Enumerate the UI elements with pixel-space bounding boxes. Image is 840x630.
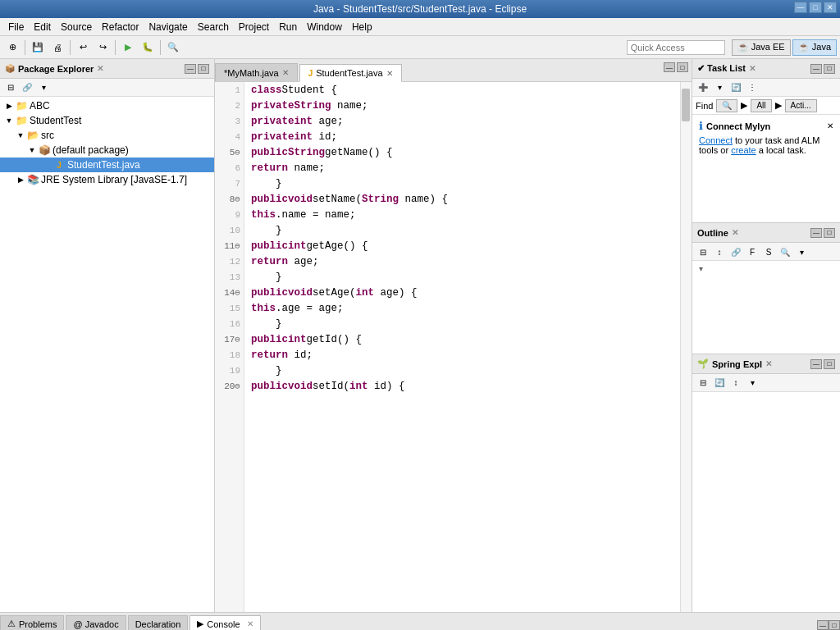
new-button[interactable]: ⊕: [3, 39, 21, 57]
outline-hide-fields[interactable]: F: [745, 244, 760, 259]
menu-project[interactable]: Project: [234, 20, 274, 34]
line-num-13: 13: [215, 269, 244, 285]
perspective-java[interactable]: ☕ Java: [792, 39, 837, 56]
tree-label-studenttest-java: StudentTest.java: [67, 159, 140, 171]
menu-edit[interactable]: Edit: [29, 20, 56, 34]
right-panel: ✔ Task List ✕ — □ ➕ ▾ 🔄 ⋮ Find 🔍 ▶ All ▶: [692, 59, 840, 612]
tab-mymath[interactable]: *MyMath.java ✕: [215, 63, 298, 81]
package-explorer-maximize[interactable]: □: [198, 64, 209, 74]
editor-minimize[interactable]: —: [664, 62, 675, 72]
tab-declaration[interactable]: Declaration: [128, 615, 189, 630]
toolbar-separator-3: [115, 40, 116, 55]
perspective-javaee[interactable]: ☕ Java EE: [732, 39, 791, 56]
line-num-19: 19: [215, 363, 244, 378]
outline-title: Outline ✕: [697, 228, 738, 238]
editor-maximize[interactable]: □: [677, 62, 688, 72]
mylyn-close[interactable]: ✕: [827, 121, 833, 130]
task-list-maximize[interactable]: □: [824, 64, 835, 74]
quick-access-input[interactable]: [627, 40, 725, 55]
task-list-menu2[interactable]: ⋮: [745, 80, 760, 95]
tree-item-abc[interactable]: ▶ 📁 ABC: [0, 98, 214, 113]
menu-help[interactable]: Help: [347, 20, 377, 34]
package-icon: 📦: [38, 144, 51, 157]
outline-sort[interactable]: ↕: [712, 244, 727, 259]
undo-button[interactable]: ↩: [74, 39, 92, 57]
line-num-5: 5⊖: [215, 144, 244, 160]
outline-maximize[interactable]: □: [824, 228, 835, 238]
tab-mymath-close[interactable]: ✕: [282, 68, 289, 77]
code-editor[interactable]: 1 2 3 4 5⊖ 6 7 8⊖ 9 10 11⊖ 12 13 14⊖ 15 …: [215, 82, 692, 612]
project-icon-studenttest: 📁: [15, 114, 28, 127]
outline-hide-static[interactable]: S: [761, 244, 776, 259]
tree-item-defaultpkg[interactable]: ▼ 📦 (default package): [0, 143, 214, 158]
find-icon[interactable]: 🔍: [716, 99, 737, 112]
tab-javadoc[interactable]: @ Javadoc: [66, 615, 126, 630]
collapse-all-button[interactable]: ⊟: [3, 80, 18, 95]
menu-navigate[interactable]: Navigate: [144, 20, 192, 34]
bottom-maximize[interactable]: □: [829, 620, 840, 630]
outline-panel: Outline ✕ — □ ⊟ ↕ 🔗 F S 🔍 ▾ ▾: [692, 223, 840, 354]
tree-item-jre[interactable]: ▶ 📚 JRE System Library [JavaSE-1.7]: [0, 172, 214, 187]
minimize-button[interactable]: —: [794, 2, 807, 13]
tab-problems[interactable]: ⚠ Problems: [0, 615, 64, 630]
spring-sort[interactable]: ↕: [728, 376, 743, 390]
code-line-17: public int getId() {: [244, 331, 680, 347]
maximize-button[interactable]: □: [809, 2, 822, 13]
search-button[interactable]: 🔍: [164, 39, 182, 57]
spring-explorer-maximize[interactable]: □: [824, 359, 835, 369]
spring-menu[interactable]: ▾: [745, 376, 760, 390]
find-separator: ▶: [741, 100, 747, 111]
sync-button[interactable]: 🔄: [728, 80, 743, 95]
tree-item-src[interactable]: ▼ 📂 src: [0, 128, 214, 143]
spring-explorer-minimize[interactable]: —: [810, 359, 822, 369]
menu-search[interactable]: Search: [193, 20, 234, 34]
spring-collapse[interactable]: ⊟: [696, 376, 710, 390]
find-label: Find: [696, 101, 713, 111]
menu-window[interactable]: Window: [302, 20, 347, 34]
tab-console[interactable]: ▶ Console ✕: [189, 615, 260, 630]
tree-item-studenttest-java[interactable]: J StudentTest.java: [0, 158, 214, 172]
line-num-8: 8⊖: [215, 191, 244, 207]
spring-content: [692, 392, 840, 612]
debug-button[interactable]: 🐛: [139, 39, 157, 57]
editor-scrollbar[interactable]: [680, 82, 692, 612]
line-num-3: 3: [215, 113, 244, 129]
bottom-minimize[interactable]: —: [817, 620, 829, 630]
pkg-explorer-menu[interactable]: ▾: [36, 80, 51, 95]
tab-console-close[interactable]: ✕: [247, 619, 253, 628]
tree-arrow-jre: ▶: [15, 176, 26, 184]
spring-refresh[interactable]: 🔄: [712, 376, 727, 390]
problems-icon: ⚠: [7, 619, 16, 629]
run-button[interactable]: ▶: [119, 39, 137, 57]
menu-source[interactable]: Source: [56, 20, 97, 34]
redo-button[interactable]: ↪: [94, 39, 112, 57]
menu-run[interactable]: Run: [274, 20, 302, 34]
close-button[interactable]: ✕: [824, 2, 837, 13]
tree-arrow-studenttest: ▼: [3, 116, 15, 125]
outline-filter[interactable]: 🔍: [778, 244, 792, 259]
tab-studenttest-close[interactable]: ✕: [386, 69, 393, 78]
print-button[interactable]: 🖨: [48, 39, 66, 57]
link-with-editor-button[interactable]: 🔗: [20, 80, 34, 95]
tab-studenttest[interactable]: J StudentTest.java ✕: [299, 64, 402, 82]
all-tasks-button[interactable]: All: [751, 99, 771, 112]
outline-expand[interactable]: ▾: [699, 264, 833, 273]
code-content[interactable]: class Student { private String name; pri…: [244, 82, 680, 612]
menu-refactor[interactable]: Refactor: [97, 20, 144, 34]
save-button[interactable]: 💾: [29, 39, 47, 57]
task-list-minimize[interactable]: —: [810, 64, 822, 74]
code-line-12: return age;: [244, 253, 680, 269]
outline-minimize[interactable]: —: [810, 228, 822, 238]
add-task-button[interactable]: ➕: [696, 80, 710, 95]
create-link[interactable]: create: [731, 145, 756, 155]
package-explorer-minimize[interactable]: —: [185, 64, 196, 74]
outline-collapse[interactable]: ⊟: [696, 244, 710, 259]
task-menu-button[interactable]: ▾: [712, 80, 727, 95]
active-tasks-button[interactable]: Acti...: [785, 99, 817, 112]
connect-link[interactable]: Connect: [699, 135, 733, 145]
line-num-7: 7: [215, 176, 244, 191]
tree-item-studenttest[interactable]: ▼ 📁 StudentTest: [0, 113, 214, 128]
outline-sync[interactable]: 🔗: [728, 244, 743, 259]
outline-menu[interactable]: ▾: [794, 244, 809, 259]
menu-file[interactable]: File: [3, 20, 29, 34]
